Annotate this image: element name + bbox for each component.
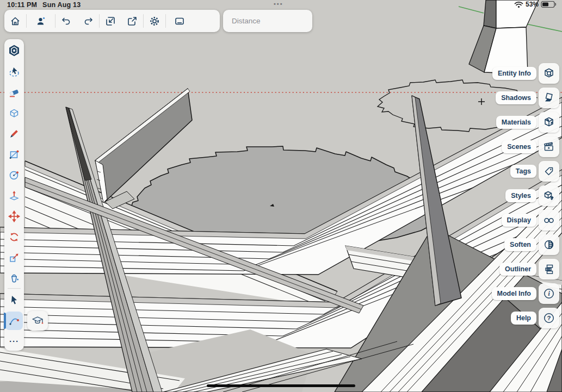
styles-icon — [543, 190, 555, 202]
tag-icon — [543, 165, 555, 177]
panel-button-model-info[interactable]: i — [539, 283, 559, 304]
status-bar: 10:11 PMSun Aug 13 ••• 53% — [0, 0, 562, 10]
measurement-box[interactable] — [223, 10, 312, 32]
arc-tool-icon — [8, 315, 20, 327]
select-arrow-icon — [8, 294, 20, 306]
tool-solid-box[interactable] — [5, 104, 23, 122]
pencil-line-icon — [8, 128, 20, 140]
shadows-icon — [543, 92, 555, 104]
display-glasses-icon — [543, 214, 555, 226]
panel-label-shadows[interactable]: Shadows — [496, 91, 536, 104]
measurement-input[interactable] — [231, 16, 309, 26]
more-tools-icon: ··· — [9, 337, 19, 346]
eraser-icon — [8, 86, 20, 98]
scenes-icon — [543, 141, 555, 153]
panel-label-help[interactable]: Help — [511, 312, 536, 325]
panel-button-outliner[interactable] — [539, 259, 559, 279]
panel-label-model-info[interactable]: Model Info — [492, 287, 537, 300]
tool-lasso-select[interactable] — [5, 63, 23, 81]
import-icon — [104, 15, 116, 27]
device-dock-icon — [174, 15, 186, 27]
sketchup-logo-icon — [8, 44, 21, 57]
tool-arc-selected[interactable] — [5, 312, 23, 330]
tool-more[interactable]: ··· — [5, 332, 23, 350]
lasso-select-icon — [8, 66, 20, 78]
panel-button-styles[interactable] — [539, 185, 559, 206]
panel-label-soften[interactable]: Soften — [504, 238, 536, 251]
undo-button[interactable] — [55, 10, 77, 32]
panel-label-styles[interactable]: Styles — [505, 189, 536, 202]
soften-sphere-icon — [543, 239, 555, 251]
info-circle-icon: i — [542, 287, 555, 300]
account-button[interactable] — [27, 10, 55, 32]
tool-pencil-line[interactable] — [5, 125, 23, 143]
date: Sun Aug 13 — [42, 1, 81, 9]
tool-scale[interactable] — [5, 248, 23, 267]
panel-button-materials[interactable] — [539, 112, 559, 133]
sketchup-ipad-screen: 10:11 PMSun Aug 13 ••• 53% — [0, 0, 562, 392]
panel-label-outliner[interactable]: Outliner — [499, 263, 536, 276]
import-button[interactable] — [100, 10, 121, 32]
tool-divider — [8, 288, 21, 289]
instructor-button[interactable] — [27, 311, 48, 331]
panel-button-shadows[interactable] — [539, 88, 559, 108]
device-button[interactable] — [166, 10, 193, 32]
panel-button-display[interactable] — [539, 210, 559, 231]
redo-button[interactable] — [77, 10, 99, 32]
settings-button[interactable] — [144, 10, 165, 32]
panel-button-entity-info[interactable] — [539, 63, 559, 84]
circle-tool-icon — [8, 169, 20, 181]
battery-icon — [541, 1, 557, 8]
materials-icon — [543, 116, 555, 128]
tool-circle[interactable] — [5, 166, 23, 184]
tool-sketchup-menu[interactable] — [5, 41, 23, 60]
home-indicator[interactable] — [207, 384, 355, 387]
panel-label-scenes[interactable]: Scenes — [502, 140, 536, 153]
tool-rotate[interactable] — [5, 228, 23, 246]
panel-button-scenes[interactable] — [539, 136, 559, 157]
solid-box-icon — [8, 107, 20, 119]
paint-bucket-icon — [8, 272, 20, 284]
home-button[interactable] — [4, 10, 26, 32]
panel-button-tags[interactable] — [539, 161, 559, 182]
help-circle-icon: ? — [542, 312, 555, 325]
model-viewport[interactable] — [0, 0, 562, 392]
panel-label-display[interactable]: Display — [502, 214, 536, 227]
rectangle-tool-icon — [8, 148, 20, 160]
tool-eraser[interactable] — [5, 83, 23, 102]
export-button[interactable] — [121, 10, 143, 32]
left-tool-column: ··· — [4, 39, 24, 351]
clock: 10:11 PM — [7, 1, 37, 9]
tool-move[interactable] — [5, 207, 23, 226]
panel-label-entity-info[interactable]: Entity Info — [492, 67, 536, 80]
home-icon — [9, 15, 21, 27]
multitask-dots-icon[interactable]: ••• — [274, 1, 283, 7]
battery-percent: 53% — [526, 1, 539, 8]
panel-button-help[interactable]: ? — [539, 308, 559, 328]
redo-icon — [82, 15, 94, 27]
scale-icon — [8, 252, 20, 264]
tool-rectangle[interactable] — [5, 145, 23, 164]
tool-paint-bucket[interactable] — [5, 269, 23, 288]
top-toolbar — [4, 10, 220, 32]
push-pull-icon — [8, 190, 20, 202]
panel-button-soften[interactable] — [539, 234, 559, 255]
panel-label-materials[interactable]: Materials — [496, 116, 536, 129]
account-icon — [35, 15, 47, 27]
wifi-icon — [514, 1, 523, 8]
move-icon — [8, 210, 20, 222]
info-glyph: i — [548, 290, 550, 297]
panel-label-tags[interactable]: Tags — [510, 165, 536, 178]
entity-info-icon — [543, 67, 555, 79]
rotate-icon — [8, 231, 20, 243]
undo-icon — [60, 15, 72, 27]
tool-select[interactable] — [5, 291, 23, 309]
outliner-icon — [543, 263, 555, 275]
help-glyph: ? — [547, 315, 551, 321]
settings-gear-icon — [149, 15, 160, 27]
tool-push-pull[interactable] — [5, 186, 23, 205]
graduation-cap-icon — [31, 314, 44, 327]
export-icon — [126, 15, 138, 27]
